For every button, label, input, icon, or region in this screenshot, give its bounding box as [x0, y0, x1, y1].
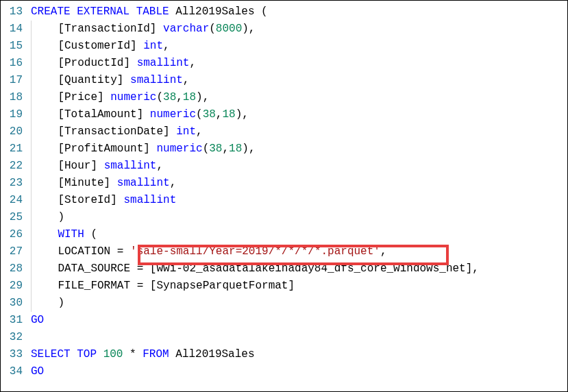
code-content: [Minute] smallint, [31, 175, 567, 192]
token: ) [32, 211, 64, 223]
line-number: 22 [1, 158, 31, 175]
code-line[interactable]: 25 ) [1, 209, 567, 226]
token [169, 5, 176, 18]
code-line[interactable]: 14 [TransactionId] varchar(8000), [1, 21, 567, 38]
code-line[interactable]: 26 WITH ( [1, 226, 567, 243]
line-number: 27 [1, 243, 31, 260]
token: SELECT [31, 348, 71, 360]
token: , [176, 91, 183, 103]
line-number: 20 [1, 123, 31, 140]
code-content: SELECT TOP 100 * FROM All2019Sales [31, 346, 567, 363]
token: FILE_FORMAT = [SynapseParquetFormat] [32, 280, 295, 292]
token [32, 228, 58, 241]
line-number: 33 [1, 346, 31, 363]
token: int [143, 40, 163, 52]
line-number: 13 [1, 3, 31, 21]
code-content: [StoreId] smallint [31, 192, 567, 209]
code-line[interactable]: 27 LOCATION = 'sale-small/Year=2019/*/*/… [1, 243, 567, 260]
token: [StoreId] [32, 194, 123, 206]
token: 38 [163, 91, 176, 103]
code-content: CREATE EXTERNAL TABLE All2019Sales ( [31, 3, 567, 21]
line-number: 28 [1, 260, 31, 278]
token: , [196, 125, 203, 138]
token: [TotalAmount] [32, 108, 150, 121]
token: numeric [110, 91, 156, 103]
token: TOP [77, 348, 97, 360]
code-line[interactable]: 28 DATA_SOURCE = [wwi-02_asadatalakeinad… [1, 260, 567, 278]
token: numeric [150, 108, 196, 121]
token: , [222, 143, 229, 155]
token: [Quantity] [32, 74, 130, 86]
token: 8000 [216, 23, 242, 35]
token: ( [84, 228, 97, 241]
token: GO [31, 365, 44, 378]
code-content: FILE_FORMAT = [SynapseParquetFormat] [31, 278, 567, 295]
token: [ProfitAmount] [32, 143, 156, 155]
code-content: GO [31, 312, 567, 329]
token: [TransactionId] [32, 23, 163, 35]
code-line[interactable]: 31GO [1, 312, 567, 329]
line-number: 14 [1, 21, 31, 38]
code-line[interactable]: 19 [TotalAmount] numeric(38,18), [1, 106, 567, 123]
token: varchar [163, 23, 209, 35]
token: ), [242, 23, 255, 35]
token: smallint [137, 57, 190, 69]
line-number: 23 [1, 175, 31, 192]
token: ) [32, 297, 64, 309]
token: All2019Sales [175, 5, 254, 18]
line-number: 18 [1, 89, 31, 106]
code-line[interactable]: 17 [Quantity] smallint, [1, 72, 567, 89]
token: smallint [104, 160, 157, 172]
token: ( [209, 23, 216, 35]
token: 38 [209, 143, 222, 155]
code-line[interactable]: 18 [Price] numeric(38,18), [1, 89, 567, 106]
line-number: 31 [1, 312, 31, 329]
code-line[interactable]: 34GO [1, 363, 567, 380]
token: , [156, 160, 163, 172]
line-number: 34 [1, 363, 31, 380]
token: smallint [123, 194, 176, 206]
token: DATA_SOURCE = [wwi-02_asadatalakeinaday8… [32, 262, 479, 275]
code-line[interactable]: 32 [1, 329, 567, 346]
token: smallint [117, 177, 170, 189]
code-content: [TransactionDate] int, [31, 123, 567, 140]
token: ( [254, 5, 267, 18]
token: 38 [203, 108, 216, 121]
token: 18 [222, 108, 235, 121]
code-line[interactable]: 16 [ProductId] smallint, [1, 55, 567, 72]
code-content: WITH ( [31, 226, 567, 243]
code-line[interactable]: 30 ) [1, 295, 567, 312]
line-number: 15 [1, 38, 31, 55]
token: [Minute] [32, 177, 117, 189]
code-content: ) [31, 295, 567, 312]
code-line[interactable]: 24 [StoreId] smallint [1, 192, 567, 209]
code-line[interactable]: 20 [TransactionDate] int, [1, 123, 567, 140]
token: ( [203, 143, 210, 155]
code-line[interactable]: 29 FILE_FORMAT = [SynapseParquetFormat] [1, 278, 567, 295]
token: * [123, 348, 143, 360]
token: , [183, 74, 190, 86]
token: EXTERNAL [77, 5, 129, 18]
code-line[interactable]: 23 [Minute] smallint, [1, 175, 567, 192]
token: [ProductId] [32, 57, 137, 69]
code-line[interactable]: 15 [CustomerId] int, [1, 38, 567, 55]
code-content: [Hour] smallint, [31, 158, 567, 175]
token: ), [242, 143, 255, 155]
code-line[interactable]: 33SELECT TOP 100 * FROM All2019Sales [1, 346, 567, 363]
token: WITH [58, 228, 84, 241]
token: ( [156, 91, 163, 103]
code-editor[interactable]: 13CREATE EXTERNAL TABLE All2019Sales (14… [0, 0, 568, 392]
line-number: 17 [1, 72, 31, 89]
token: GO [31, 314, 44, 326]
token: TABLE [136, 5, 169, 18]
code-line[interactable]: 13CREATE EXTERNAL TABLE All2019Sales ( [1, 3, 567, 21]
code-line[interactable]: 21 [ProfitAmount] numeric(38,18), [1, 140, 567, 158]
token: [Hour] [32, 160, 104, 172]
code-content: LOCATION = 'sale-small/Year=2019/*/*/*/*… [31, 243, 567, 260]
token: ( [196, 108, 203, 121]
line-number: 26 [1, 226, 31, 243]
line-number: 29 [1, 278, 31, 295]
code-line[interactable]: 22 [Hour] smallint, [1, 158, 567, 175]
code-content: [CustomerId] int, [31, 38, 567, 55]
token: , [189, 57, 196, 69]
